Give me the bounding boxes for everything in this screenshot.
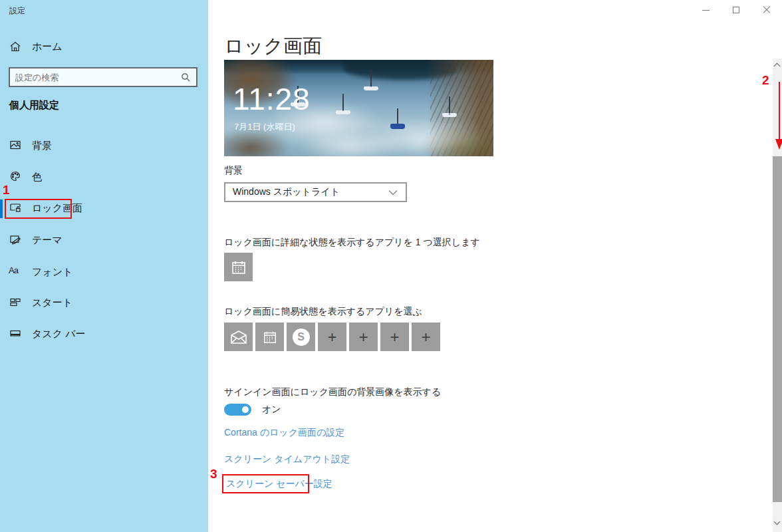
skype-icon: S xyxy=(293,329,310,346)
sidebar-item-label: 背景 xyxy=(32,140,52,152)
sidebar-item-label: スタート xyxy=(32,297,72,309)
annotation-box-screen-saver xyxy=(222,474,309,493)
signin-background-label: サインイン画面にロック画面の背景画像を表示する xyxy=(224,386,441,398)
sidebar-item-colors[interactable]: 色 xyxy=(0,166,208,188)
calendar-icon xyxy=(263,330,277,344)
preview-clock: 11:28 xyxy=(233,81,311,117)
calendar-icon xyxy=(231,259,247,275)
quick-status-add-app[interactable]: + xyxy=(412,323,440,351)
search-icon[interactable] xyxy=(181,72,190,82)
close-button[interactable] xyxy=(751,0,782,20)
taskbar-icon xyxy=(9,327,21,339)
sidebar-item-label: タスク バー xyxy=(32,328,86,340)
cortana-lock-screen-settings-link[interactable]: Cortana のロック画面の設定 xyxy=(224,427,344,439)
quick-status-add-app[interactable]: + xyxy=(318,323,346,351)
background-dropdown[interactable]: Windows スポットライト xyxy=(224,182,407,202)
sailboat xyxy=(442,78,456,117)
picture-icon xyxy=(9,139,21,151)
toggle-knob xyxy=(242,406,249,413)
preview-date: 7月1日 (水曜日) xyxy=(234,121,295,133)
signin-background-toggle[interactable] xyxy=(224,404,251,416)
search-input[interactable] xyxy=(10,72,181,82)
sidebar-item-label: 色 xyxy=(32,171,42,184)
sidebar-item-start[interactable]: スタート xyxy=(0,292,208,313)
home-icon xyxy=(9,41,21,53)
plus-icon: + xyxy=(390,329,399,345)
sidebar-item-label: テーマ xyxy=(32,234,63,247)
maximize-button[interactable] xyxy=(721,0,751,20)
minimize-button[interactable] xyxy=(690,0,721,20)
annotation-step-3: 3 xyxy=(210,467,217,481)
quick-status-app-calendar[interactable] xyxy=(255,323,284,351)
annotation-arrow-down xyxy=(775,82,782,151)
annotation-step-2: 2 xyxy=(762,73,769,88)
lock-screen-preview: 11:28 7月1日 (水曜日) xyxy=(224,60,493,156)
start-icon xyxy=(9,296,21,308)
sailboat xyxy=(390,88,408,129)
sidebar-section-header: 個人用設定 xyxy=(9,99,59,112)
annotation-step-1: 1 xyxy=(3,183,10,198)
sidebar-item-label: ホーム xyxy=(32,41,63,53)
sidebar-item-themes[interactable]: テーマ xyxy=(0,229,208,251)
chevron-down-icon xyxy=(388,190,398,196)
settings-search xyxy=(9,67,197,87)
sidebar: ホーム 個人用設定 背景 xyxy=(0,0,208,532)
scrollbar-thumb[interactable] xyxy=(773,156,782,502)
toggle-state-label: オン xyxy=(262,404,281,416)
sidebar-item-fonts[interactable]: Aa フォント xyxy=(0,261,208,283)
minimize-icon xyxy=(702,10,710,11)
quick-status-app-skype[interactable]: S xyxy=(287,323,315,351)
quick-status-add-app[interactable]: + xyxy=(349,323,378,351)
close-icon xyxy=(763,6,771,14)
sidebar-item-label: フォント xyxy=(32,266,72,279)
palette-icon xyxy=(9,170,21,182)
font-icon: Aa xyxy=(9,265,18,275)
theme-icon xyxy=(9,233,21,245)
sailboat xyxy=(336,74,350,114)
plus-icon: + xyxy=(327,329,336,345)
sailboat xyxy=(364,60,378,90)
detailed-status-app-calendar[interactable] xyxy=(224,253,253,281)
screen-timeout-settings-link[interactable]: スクリーン タイムアウト設定 xyxy=(224,454,350,466)
sidebar-item-background[interactable]: 背景 xyxy=(0,135,208,156)
window-controls xyxy=(690,0,782,20)
sidebar-item-home[interactable]: ホーム xyxy=(0,36,208,57)
window-title: 設定 xyxy=(9,5,25,17)
sidebar-item-taskbar[interactable]: タスク バー xyxy=(0,323,208,344)
plus-icon: + xyxy=(421,329,430,345)
settings-window: 設定 ホーム 個人用設定 xyxy=(0,0,782,532)
maximize-icon xyxy=(733,7,739,13)
quick-status-label: ロック画面に簡易状態を表示するアプリを選ぶ xyxy=(224,306,422,318)
detailed-status-label: ロック画面に詳細な状態を表示するアプリを 1 つ選択します xyxy=(224,237,480,249)
quick-status-add-app[interactable]: + xyxy=(380,323,409,351)
quick-status-app-mail[interactable] xyxy=(224,323,253,351)
selected-item-accent-bar xyxy=(0,200,3,218)
background-dropdown-value: Windows スポットライト xyxy=(225,186,388,198)
annotation-box-lock-screen xyxy=(5,199,72,219)
mail-icon xyxy=(230,330,247,344)
page-title: ロック画面 xyxy=(224,33,322,60)
plus-icon: + xyxy=(358,329,368,345)
background-label: 背景 xyxy=(224,165,243,177)
